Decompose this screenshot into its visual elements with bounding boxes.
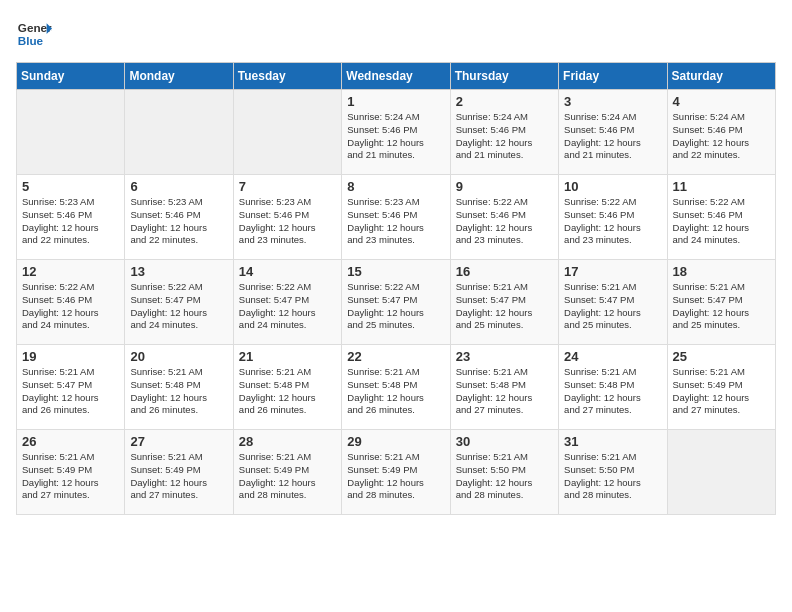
calendar-cell: 29Sunrise: 5:21 AM Sunset: 5:49 PM Dayli… — [342, 430, 450, 515]
day-number: 16 — [456, 264, 553, 279]
day-number: 22 — [347, 349, 444, 364]
calendar-cell: 9Sunrise: 5:22 AM Sunset: 5:46 PM Daylig… — [450, 175, 558, 260]
day-number: 21 — [239, 349, 336, 364]
day-info: Sunrise: 5:24 AM Sunset: 5:46 PM Dayligh… — [564, 111, 661, 162]
day-number: 2 — [456, 94, 553, 109]
day-info: Sunrise: 5:23 AM Sunset: 5:46 PM Dayligh… — [239, 196, 336, 247]
day-info: Sunrise: 5:21 AM Sunset: 5:49 PM Dayligh… — [239, 451, 336, 502]
calendar-cell: 17Sunrise: 5:21 AM Sunset: 5:47 PM Dayli… — [559, 260, 667, 345]
day-info: Sunrise: 5:21 AM Sunset: 5:50 PM Dayligh… — [456, 451, 553, 502]
calendar-cell: 5Sunrise: 5:23 AM Sunset: 5:46 PM Daylig… — [17, 175, 125, 260]
day-info: Sunrise: 5:24 AM Sunset: 5:46 PM Dayligh… — [673, 111, 770, 162]
calendar-cell — [233, 90, 341, 175]
day-info: Sunrise: 5:24 AM Sunset: 5:46 PM Dayligh… — [347, 111, 444, 162]
calendar-cell: 6Sunrise: 5:23 AM Sunset: 5:46 PM Daylig… — [125, 175, 233, 260]
calendar-cell: 27Sunrise: 5:21 AM Sunset: 5:49 PM Dayli… — [125, 430, 233, 515]
calendar-cell: 4Sunrise: 5:24 AM Sunset: 5:46 PM Daylig… — [667, 90, 775, 175]
calendar-cell: 21Sunrise: 5:21 AM Sunset: 5:48 PM Dayli… — [233, 345, 341, 430]
calendar-cell: 24Sunrise: 5:21 AM Sunset: 5:48 PM Dayli… — [559, 345, 667, 430]
day-number: 6 — [130, 179, 227, 194]
day-info: Sunrise: 5:21 AM Sunset: 5:48 PM Dayligh… — [564, 366, 661, 417]
logo-icon: General Blue — [16, 16, 52, 52]
page-header: General Blue — [16, 16, 776, 52]
weekday-wednesday: Wednesday — [342, 63, 450, 90]
day-number: 11 — [673, 179, 770, 194]
calendar-cell: 16Sunrise: 5:21 AM Sunset: 5:47 PM Dayli… — [450, 260, 558, 345]
calendar-cell: 18Sunrise: 5:21 AM Sunset: 5:47 PM Dayli… — [667, 260, 775, 345]
calendar-cell: 20Sunrise: 5:21 AM Sunset: 5:48 PM Dayli… — [125, 345, 233, 430]
day-number: 7 — [239, 179, 336, 194]
day-number: 20 — [130, 349, 227, 364]
calendar-cell — [667, 430, 775, 515]
day-number: 28 — [239, 434, 336, 449]
calendar-body: 1Sunrise: 5:24 AM Sunset: 5:46 PM Daylig… — [17, 90, 776, 515]
day-number: 8 — [347, 179, 444, 194]
day-info: Sunrise: 5:21 AM Sunset: 5:49 PM Dayligh… — [130, 451, 227, 502]
calendar-cell: 12Sunrise: 5:22 AM Sunset: 5:46 PM Dayli… — [17, 260, 125, 345]
day-info: Sunrise: 5:21 AM Sunset: 5:47 PM Dayligh… — [673, 281, 770, 332]
day-info: Sunrise: 5:23 AM Sunset: 5:46 PM Dayligh… — [130, 196, 227, 247]
day-info: Sunrise: 5:22 AM Sunset: 5:47 PM Dayligh… — [347, 281, 444, 332]
calendar-cell: 31Sunrise: 5:21 AM Sunset: 5:50 PM Dayli… — [559, 430, 667, 515]
day-info: Sunrise: 5:21 AM Sunset: 5:48 PM Dayligh… — [130, 366, 227, 417]
weekday-sunday: Sunday — [17, 63, 125, 90]
day-info: Sunrise: 5:21 AM Sunset: 5:48 PM Dayligh… — [456, 366, 553, 417]
calendar-cell: 19Sunrise: 5:21 AM Sunset: 5:47 PM Dayli… — [17, 345, 125, 430]
calendar-cell: 7Sunrise: 5:23 AM Sunset: 5:46 PM Daylig… — [233, 175, 341, 260]
day-number: 23 — [456, 349, 553, 364]
calendar-cell: 26Sunrise: 5:21 AM Sunset: 5:49 PM Dayli… — [17, 430, 125, 515]
day-info: Sunrise: 5:21 AM Sunset: 5:49 PM Dayligh… — [22, 451, 119, 502]
calendar-cell: 15Sunrise: 5:22 AM Sunset: 5:47 PM Dayli… — [342, 260, 450, 345]
day-number: 19 — [22, 349, 119, 364]
day-info: Sunrise: 5:21 AM Sunset: 5:49 PM Dayligh… — [347, 451, 444, 502]
day-number: 12 — [22, 264, 119, 279]
day-info: Sunrise: 5:21 AM Sunset: 5:48 PM Dayligh… — [239, 366, 336, 417]
day-number: 13 — [130, 264, 227, 279]
calendar-cell — [17, 90, 125, 175]
day-number: 5 — [22, 179, 119, 194]
day-number: 31 — [564, 434, 661, 449]
day-info: Sunrise: 5:22 AM Sunset: 5:46 PM Dayligh… — [564, 196, 661, 247]
day-info: Sunrise: 5:23 AM Sunset: 5:46 PM Dayligh… — [22, 196, 119, 247]
day-number: 17 — [564, 264, 661, 279]
day-number: 25 — [673, 349, 770, 364]
calendar-cell: 2Sunrise: 5:24 AM Sunset: 5:46 PM Daylig… — [450, 90, 558, 175]
calendar-cell: 23Sunrise: 5:21 AM Sunset: 5:48 PM Dayli… — [450, 345, 558, 430]
weekday-monday: Monday — [125, 63, 233, 90]
calendar-cell: 28Sunrise: 5:21 AM Sunset: 5:49 PM Dayli… — [233, 430, 341, 515]
calendar-cell: 14Sunrise: 5:22 AM Sunset: 5:47 PM Dayli… — [233, 260, 341, 345]
calendar-table: SundayMondayTuesdayWednesdayThursdayFrid… — [16, 62, 776, 515]
day-number: 10 — [564, 179, 661, 194]
day-info: Sunrise: 5:22 AM Sunset: 5:46 PM Dayligh… — [673, 196, 770, 247]
day-number: 14 — [239, 264, 336, 279]
day-number: 24 — [564, 349, 661, 364]
calendar-cell: 22Sunrise: 5:21 AM Sunset: 5:48 PM Dayli… — [342, 345, 450, 430]
day-number: 27 — [130, 434, 227, 449]
week-row-5: 26Sunrise: 5:21 AM Sunset: 5:49 PM Dayli… — [17, 430, 776, 515]
day-info: Sunrise: 5:21 AM Sunset: 5:47 PM Dayligh… — [22, 366, 119, 417]
day-info: Sunrise: 5:21 AM Sunset: 5:47 PM Dayligh… — [456, 281, 553, 332]
day-info: Sunrise: 5:22 AM Sunset: 5:47 PM Dayligh… — [239, 281, 336, 332]
weekday-thursday: Thursday — [450, 63, 558, 90]
day-number: 9 — [456, 179, 553, 194]
logo: General Blue — [16, 16, 52, 52]
day-info: Sunrise: 5:24 AM Sunset: 5:46 PM Dayligh… — [456, 111, 553, 162]
calendar-cell: 1Sunrise: 5:24 AM Sunset: 5:46 PM Daylig… — [342, 90, 450, 175]
day-number: 4 — [673, 94, 770, 109]
day-info: Sunrise: 5:21 AM Sunset: 5:47 PM Dayligh… — [564, 281, 661, 332]
day-info: Sunrise: 5:21 AM Sunset: 5:49 PM Dayligh… — [673, 366, 770, 417]
day-number: 29 — [347, 434, 444, 449]
calendar-cell: 11Sunrise: 5:22 AM Sunset: 5:46 PM Dayli… — [667, 175, 775, 260]
calendar-cell: 8Sunrise: 5:23 AM Sunset: 5:46 PM Daylig… — [342, 175, 450, 260]
day-number: 30 — [456, 434, 553, 449]
week-row-1: 1Sunrise: 5:24 AM Sunset: 5:46 PM Daylig… — [17, 90, 776, 175]
day-number: 18 — [673, 264, 770, 279]
day-number: 15 — [347, 264, 444, 279]
week-row-2: 5Sunrise: 5:23 AM Sunset: 5:46 PM Daylig… — [17, 175, 776, 260]
calendar-cell: 10Sunrise: 5:22 AM Sunset: 5:46 PM Dayli… — [559, 175, 667, 260]
day-info: Sunrise: 5:22 AM Sunset: 5:46 PM Dayligh… — [456, 196, 553, 247]
calendar-cell: 25Sunrise: 5:21 AM Sunset: 5:49 PM Dayli… — [667, 345, 775, 430]
day-info: Sunrise: 5:21 AM Sunset: 5:48 PM Dayligh… — [347, 366, 444, 417]
calendar-cell: 13Sunrise: 5:22 AM Sunset: 5:47 PM Dayli… — [125, 260, 233, 345]
weekday-saturday: Saturday — [667, 63, 775, 90]
